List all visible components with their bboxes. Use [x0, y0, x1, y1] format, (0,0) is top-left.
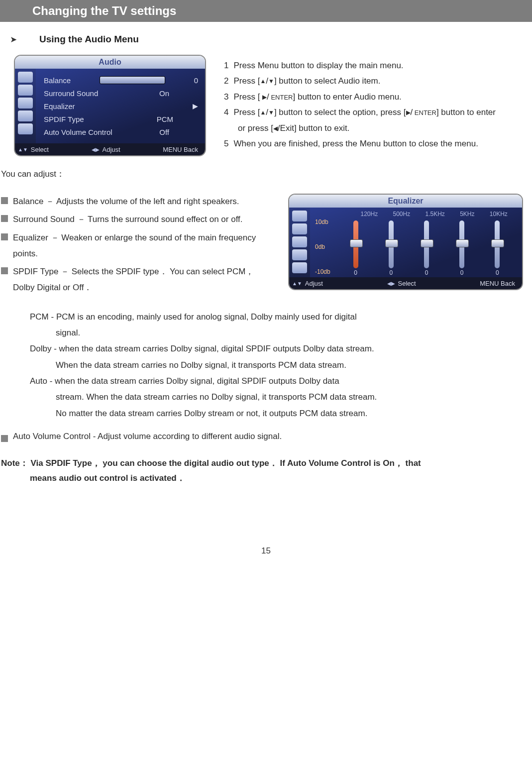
def-balance: Balance － Adjusts the volume of the left… [13, 194, 266, 210]
leftright-icon: ◀▶ [387, 281, 395, 286]
audio-row-avc[interactable]: Auto Volume Control Off [44, 125, 198, 138]
page-number: 15 [0, 546, 532, 556]
up-icon: ▲ [260, 76, 266, 87]
instr-2b: ] button to select Audio item. [274, 76, 381, 86]
audio-osd-footer: ▲▼ Select ◀▶ Adjust MENU Back [15, 143, 205, 155]
equalizer-osd-title: Equalizer [289, 195, 522, 208]
balance-label: Balance [44, 76, 71, 85]
osd-setup-icon [18, 98, 33, 109]
eq-slider-10khz[interactable]: 0 [490, 220, 504, 276]
osd-lock-icon [292, 249, 307, 260]
surround-label: Surround Sound [44, 89, 98, 98]
avc-label: Auto Volume Control [44, 128, 112, 136]
eq-slider-500hz[interactable]: 0 [384, 220, 398, 276]
square-bullet-icon [1, 435, 8, 442]
section-arrow-icon: ➤ [10, 34, 17, 45]
eq-slider-5khz[interactable]: 0 [455, 220, 469, 276]
audio-row-balance[interactable]: Balance 0 [44, 74, 198, 87]
eq-freq-3: 5KHz [460, 211, 474, 218]
updown-icon: ▲▼ [18, 147, 28, 152]
audio-row-equalizer[interactable]: Equalizer ▶ [44, 100, 198, 112]
osd-audio-icon [18, 85, 33, 96]
up-icon-2: ▲ [260, 107, 266, 118]
eq-foot-adjust: Adjust [305, 280, 323, 287]
square-bullet-icon [1, 267, 8, 274]
right-icon-2: ▶ [406, 107, 411, 118]
eq-db-1: 0db [315, 243, 338, 250]
eq-foot-select: Select [398, 280, 416, 287]
eq-freq-1: 500Hz [393, 211, 410, 218]
equalizer-osd-footer: ▲▼ Adjust ◀▶ Select MENU Back [289, 277, 522, 289]
audio-osd-main: Balance 0 Surround Sound On Equalizer ▶ [36, 69, 205, 143]
balance-value: 0 [194, 76, 198, 85]
updown-icon: ▲▼ [292, 281, 302, 286]
equalizer-osd-sidebar [289, 208, 310, 277]
you-can-adjust: You can adjust： [1, 168, 523, 180]
def-surround: Surround Sound － Turns the surround soun… [13, 212, 266, 227]
eq-freq-2: 1.5KHz [425, 211, 444, 218]
note-line1: Via SPDIF Type， you can choose the digit… [31, 458, 421, 468]
osd-lock-icon [18, 110, 33, 121]
instr-3a: Press [ [233, 92, 262, 102]
foot-back: MENU Back [163, 146, 198, 153]
page-title: Changing the TV settings [32, 4, 176, 18]
osd-channel-icon [292, 262, 307, 273]
spdif-label: SPDIF Type [44, 115, 84, 123]
balance-slider-track[interactable] [100, 76, 165, 84]
instruction-list: 1Press Menu button to display the main m… [224, 58, 496, 152]
eq-foot-back: MENU Back [480, 280, 515, 287]
equalizer-osd-panel: Equalizer 120Hz 500Hz 1 [288, 194, 523, 290]
def-spdif: SPDIF Type － Selects the SPDIF type． You… [13, 264, 266, 296]
def-avc: Auto Volume Control - Adjust volume acco… [13, 432, 282, 441]
auto-line3: No matter the data stream carries Dolby … [56, 406, 523, 422]
eq-db-2: -10db [315, 268, 338, 275]
enter-key: ENTER [269, 94, 293, 101]
instr-4b: ] button to select the option, press [ [274, 108, 406, 117]
instr-4e: /Exit] button to exit. [278, 123, 350, 133]
osd-audio-icon [292, 223, 307, 234]
audio-osd-title: Audio [15, 56, 205, 69]
instr-2a: Press [ [233, 76, 260, 86]
instr-5: When you are finished, press the Menu bu… [233, 136, 478, 151]
eq-slider-1-5khz[interactable]: 0 [420, 220, 433, 276]
auto-line2: stream. When the data stream carries no … [56, 389, 523, 405]
right-icon: ▶ [262, 92, 267, 103]
osd-channel-icon [18, 123, 33, 134]
audio-row-surround[interactable]: Surround Sound On [44, 87, 198, 100]
note-line2: means audio out control is activated． [30, 473, 185, 483]
leftright-icon: ◀▶ [92, 147, 100, 152]
section-title: Using the Audio Menu [39, 34, 139, 45]
left-icon: ◀ [273, 123, 278, 134]
down-icon: ▼ [268, 76, 274, 87]
header-bar: Changing the TV settings [0, 0, 532, 22]
osd-setup-icon [292, 236, 307, 247]
eq-freq-4: 10KHz [490, 211, 508, 218]
eq-slider-120hz[interactable]: 0 [349, 220, 363, 276]
note-label: Note： [1, 458, 28, 468]
instr-4d: or press [ [238, 123, 273, 133]
spdif-value: PCM [157, 115, 173, 123]
audio-osd-sidebar [15, 69, 36, 143]
osd-picture-icon [18, 72, 33, 83]
dolby-line2: When the data stream carries no Dolby si… [56, 357, 523, 373]
square-bullet-icon [1, 197, 8, 204]
pcm-line2: signal. [56, 325, 523, 341]
square-bullet-icon [1, 215, 8, 222]
instr-3b: ] button to enter Audio menu. [293, 92, 402, 102]
eq-db-0: 10db [315, 219, 338, 225]
instr-1: Press Menu button to display the main me… [233, 58, 403, 73]
surround-value: On [159, 89, 169, 98]
equalizer-label: Equalizer [44, 102, 75, 110]
avc-value: Off [159, 128, 169, 136]
foot-select: Select [31, 146, 49, 153]
down-icon-2: ▼ [268, 107, 274, 118]
osd-picture-icon [292, 211, 307, 221]
dolby-line1: Dolby - when the data stream carries Dol… [30, 341, 523, 357]
pcm-line1: PCM - PCM is an encoding, mainly used fo… [30, 309, 523, 325]
chevron-right-icon: ▶ [193, 102, 198, 110]
square-bullet-icon [1, 233, 8, 240]
def-equalizer: Equalizer － Weaken or enlarge the sound … [13, 230, 266, 262]
instr-4c: ] button to enter [436, 108, 496, 117]
foot-adjust: Adjust [103, 146, 120, 153]
audio-row-spdif[interactable]: SPDIF Type PCM [44, 112, 198, 125]
